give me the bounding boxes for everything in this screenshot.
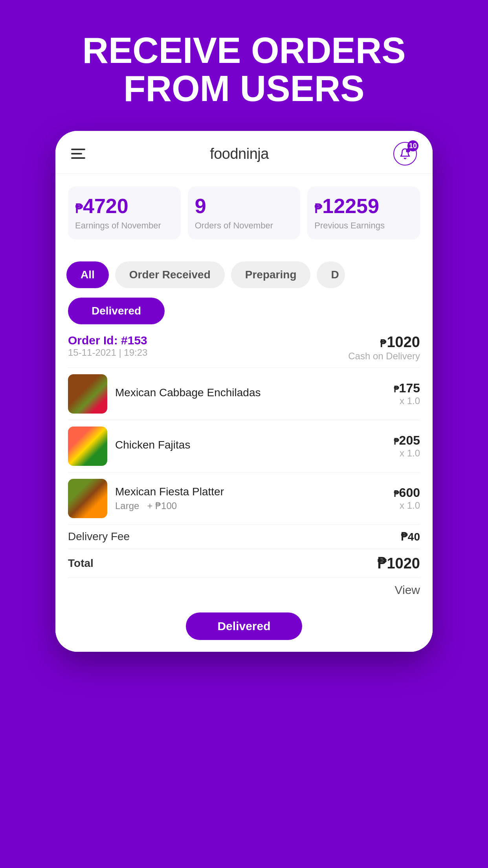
stat-card-earnings: ₱4720 Earnings of November xyxy=(68,186,181,239)
earnings-value: ₱4720 xyxy=(75,196,128,216)
item-details-enchilada: Mexican Cabbage Enchiladas xyxy=(115,386,386,401)
filter-row: All Order Received Preparing D xyxy=(66,261,422,288)
order-status-badge: Delivered xyxy=(68,298,165,324)
item-qty: x 1.0 xyxy=(394,448,420,459)
item-price: ₱205 xyxy=(394,433,420,448)
stat-card-prev-earnings: ₱12259 Previous Earnings xyxy=(307,186,420,239)
order-id: Order Id: #153 xyxy=(68,334,147,347)
order-item: Mexican Fiesta Platter Large + ₱100 ₱600… xyxy=(68,472,420,524)
delivery-fee-label: Delivery Fee xyxy=(68,530,130,543)
headline-line2: FROM USERS xyxy=(123,68,364,108)
order-section: Delivered Order Id: #153 15-11-2021 | 19… xyxy=(55,288,433,609)
page-headline: RECEIVE ORDERS FROM USERS xyxy=(59,31,429,107)
item-image-platter xyxy=(68,479,107,518)
item-details-platter: Mexican Fiesta Platter Large + ₱100 xyxy=(115,485,386,511)
item-price-col: ₱175 x 1.0 xyxy=(394,381,420,406)
order-item: Chicken Fajitas ₱205 x 1.0 xyxy=(68,420,420,472)
bottom-delivered-button[interactable]: Delivered xyxy=(186,612,302,640)
phone-frame: foodninja 10 10 ₱4720 Earnings of Novemb… xyxy=(55,131,433,652)
orders-value: 9 xyxy=(195,196,206,216)
item-image-fajita xyxy=(68,427,107,466)
app-header: foodninja 10 10 xyxy=(55,131,433,174)
stats-row: ₱4720 Earnings of November 9 Orders of N… xyxy=(55,174,433,250)
item-qty: x 1.0 xyxy=(394,500,420,511)
item-details-fajita: Chicken Fajitas xyxy=(115,439,386,454)
item-addon: + ₱100 xyxy=(147,500,177,511)
item-name: Chicken Fajitas xyxy=(115,439,386,451)
payment-method: Cash on Delivery xyxy=(348,351,420,362)
item-image-enchilada xyxy=(68,374,107,414)
filter-order-received[interactable]: Order Received xyxy=(115,261,225,288)
item-price-col: ₱205 x 1.0 xyxy=(394,433,420,459)
orders-label: Orders of November xyxy=(195,220,273,232)
delivery-fee-value: ₱40 xyxy=(401,530,420,543)
item-name: Mexican Fiesta Platter xyxy=(115,485,386,498)
notification-badge: 10 xyxy=(407,140,418,151)
filter-preparing[interactable]: Preparing xyxy=(231,261,311,288)
order-date: 15-11-2021 | 19:23 xyxy=(68,347,147,358)
filter-partial[interactable]: D xyxy=(317,261,345,288)
item-price: ₱600 xyxy=(394,485,420,500)
notification-button[interactable]: 10 10 xyxy=(393,142,417,166)
item-qty: x 1.0 xyxy=(394,395,420,406)
total-row: Total ₱1020 xyxy=(68,549,420,577)
menu-button[interactable] xyxy=(71,149,85,159)
earnings-label: Earnings of November xyxy=(75,220,161,232)
total-value: ₱1020 xyxy=(377,555,420,572)
order-total: ₱1020 xyxy=(348,334,420,351)
filter-section: All Order Received Preparing D xyxy=(55,250,433,288)
headline-line1: RECEIVE ORDERS xyxy=(82,30,405,70)
prev-earnings-value: ₱12259 xyxy=(314,196,379,216)
item-price: ₱175 xyxy=(394,381,420,395)
item-name: Mexican Cabbage Enchiladas xyxy=(115,386,386,399)
order-item: Mexican Cabbage Enchiladas ₱175 x 1.0 xyxy=(68,368,420,420)
app-title: foodninja xyxy=(210,145,269,162)
total-label: Total xyxy=(68,557,94,570)
filter-all[interactable]: All xyxy=(66,261,109,288)
stat-card-orders: 9 Orders of November xyxy=(188,186,301,239)
bottom-delivered-section: Delivered xyxy=(55,609,433,652)
item-size: Large xyxy=(115,500,139,511)
view-row: View xyxy=(68,577,420,601)
view-link[interactable]: View xyxy=(395,583,420,597)
delivery-fee-row: Delivery Fee ₱40 xyxy=(68,524,420,549)
item-price-col: ₱600 x 1.0 xyxy=(394,485,420,511)
prev-earnings-label: Previous Earnings xyxy=(314,220,385,232)
order-header: Order Id: #153 15-11-2021 | 19:23 ₱1020 … xyxy=(68,334,420,365)
